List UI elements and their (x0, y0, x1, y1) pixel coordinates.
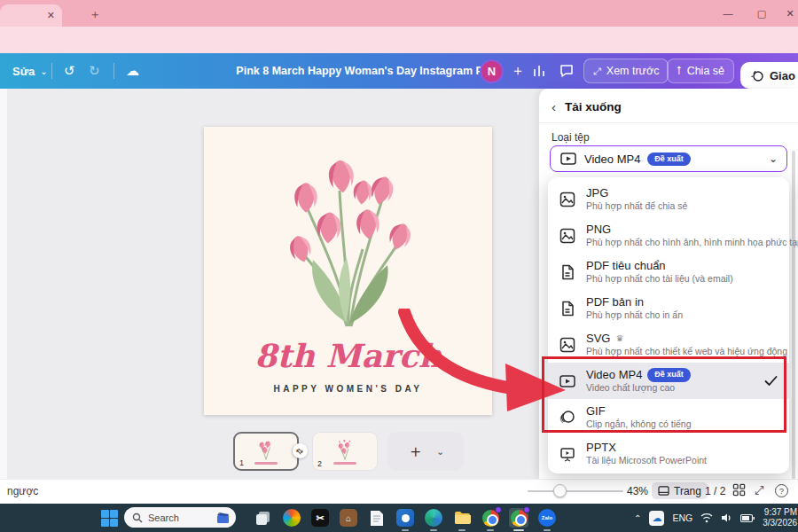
collapsed-sidebar-edge (0, 89, 7, 479)
zoom-slider-track[interactable] (528, 490, 623, 492)
option-pdf-standard[interactable]: PDF tiêu chuẩnPhù hợp nhất cho tài liệu … (548, 254, 789, 290)
window-maximize-button[interactable]: ▢ (748, 5, 775, 21)
file-type-select[interactable]: Video MP4 Đề xuất ⌄ (550, 145, 787, 172)
zoom-percentage: 43% (627, 485, 648, 497)
preview-button[interactable]: ⤢ Xem trước (583, 59, 669, 83)
chevron-down-icon: ⌄ (40, 66, 47, 76)
document-icon (559, 263, 576, 281)
grid-view-icon[interactable] (732, 483, 746, 497)
store-app-button[interactable]: ⌂ (339, 508, 358, 528)
image-icon (559, 191, 576, 208)
volume-icon[interactable] (721, 512, 732, 523)
edge-icon (425, 509, 442, 527)
zalo-button[interactable]: Zalo (537, 508, 557, 528)
add-collaborator-icon[interactable]: ＋ (511, 53, 525, 89)
pages-view-icon (658, 486, 669, 496)
panel-divider (539, 122, 798, 123)
thumbnail-artwork (335, 438, 355, 461)
page-indicator: 1 / 2 (705, 485, 725, 497)
share-icon: ⭡ (677, 65, 682, 77)
battery-icon[interactable] (740, 513, 755, 523)
video-icon (559, 150, 577, 168)
option-jpg[interactable]: JPGPhù hợp nhất để chia sẻ (548, 181, 789, 217)
tray-chevron-icon[interactable]: ⌃ (634, 513, 641, 523)
notepad-button[interactable] (367, 508, 387, 528)
taskbar-clock[interactable]: 9:37 PM 3/3/2026 (763, 507, 797, 528)
pro-crown-icon: ♛ (615, 333, 623, 345)
redo-icon[interactable]: ↻ (89, 53, 100, 89)
tab-close-icon[interactable]: ✕ (47, 10, 55, 21)
page-thumbnail-1[interactable]: 1 (233, 432, 299, 471)
fullscreen-icon[interactable]: ⤢ (755, 483, 763, 497)
add-page-button[interactable]: ＋ ⌄ (387, 432, 464, 471)
folder-icon (454, 511, 471, 525)
undo-icon[interactable]: ↺ (64, 53, 75, 89)
screen: ✕ ＋ — ▢ ✕ esign/DAHC5oY_ET4/8XtVKaDBN7Hf… (0, 0, 798, 532)
bar-chart-icon (532, 63, 548, 79)
option-png[interactable]: PNGPhù hợp nhất cho hình ảnh, hình minh … (548, 217, 789, 254)
clock-date: 3/3/2026 (763, 518, 797, 528)
page-thumbnail-2[interactable]: 2 (312, 432, 378, 471)
task-view-button[interactable] (254, 508, 273, 528)
thumbnail-caption-line (333, 462, 356, 465)
start-button[interactable] (99, 508, 119, 528)
share-button[interactable]: ⭡ Chia sẻ (667, 59, 734, 83)
cloud-save-icon[interactable]: ☁ (126, 53, 139, 89)
store-bag-icon: ⌂ (340, 509, 357, 527)
chevron-down-icon: ⌄ (769, 153, 778, 165)
edit-menu-button[interactable]: Sửa ⌄ (12, 53, 48, 89)
task-view-icon (255, 510, 271, 526)
option-pdf-print[interactable]: PDF bản inPhù hợp nhất cho in ấn (548, 290, 789, 326)
document-title[interactable]: Pink 8 March Happy Woman's Day Instagram… (266, 53, 470, 89)
expand-icon: ⤢ (593, 66, 601, 77)
chrome-button[interactable] (481, 508, 500, 528)
browser-tab-strip: ✕ ＋ — ▢ ✕ (0, 0, 798, 27)
thumbnail-caption-line (254, 462, 278, 465)
comments-button[interactable] (559, 53, 575, 89)
system-tray: ⌃ ☁ ENG 9:37 PM 3/3/2026 (634, 504, 797, 532)
search-placeholder: Search (148, 512, 211, 523)
browser-active-tab[interactable]: ✕ (0, 4, 62, 27)
thumbnail-artwork (256, 438, 276, 461)
onedrive-icon[interactable]: ☁ (649, 511, 664, 526)
collaborator-avatar[interactable]: N (480, 59, 504, 83)
window-minimize-button[interactable]: — (715, 5, 741, 21)
language-indicator[interactable]: ENG (672, 512, 692, 523)
browser-url-row: esign/DAHC5oY_ET4/8XtVKaDBN7Hftfp12QXxjQ… (0, 27, 798, 53)
outlook-icon (396, 509, 414, 527)
notepad-icon (370, 510, 384, 527)
window-close-button[interactable]: ✕ (777, 5, 798, 21)
notification-badge (523, 506, 530, 513)
clock-time: 9:37 PM (763, 507, 797, 518)
edge-button[interactable] (424, 508, 443, 528)
deliver-button[interactable]: Giao (740, 62, 798, 89)
file-type-label: Loại tệp (552, 131, 590, 144)
file-explorer-button[interactable] (452, 508, 472, 528)
capcut-button[interactable]: ✂ (310, 508, 330, 528)
help-button[interactable]: ? (775, 484, 788, 497)
image-icon (559, 227, 576, 245)
zoom-slider-handle[interactable] (553, 484, 567, 497)
wifi-icon[interactable] (700, 512, 713, 523)
tulip-bouquet-illustration (260, 136, 437, 335)
panel-back-icon[interactable]: ‹ (552, 99, 556, 114)
new-tab-button[interactable]: ＋ (87, 7, 103, 23)
feedback-text: ngược (7, 485, 38, 497)
mail-app-button[interactable] (395, 508, 415, 528)
option-pptx[interactable]: PPTXTài liệu Microsoft PowerPoint (548, 435, 789, 472)
capcut-icon: ✂ (311, 509, 329, 527)
plus-icon: ＋ (407, 440, 424, 463)
scrollbar[interactable] (792, 151, 795, 484)
insights-button[interactable] (532, 53, 548, 89)
notification-badge (495, 506, 502, 513)
page-number: 1 (239, 458, 244, 467)
toolbar-divider (113, 63, 114, 79)
search-highlight-icon (216, 512, 231, 524)
page-view-toggle[interactable]: Trang (652, 482, 708, 499)
copilot-button[interactable] (282, 508, 301, 528)
page-number: 2 (317, 459, 322, 468)
zalo-icon: Zalo (538, 509, 556, 527)
chrome-active-button[interactable] (509, 508, 528, 528)
deliver-icon (751, 69, 764, 82)
taskbar-search-box[interactable]: Search (124, 507, 236, 528)
